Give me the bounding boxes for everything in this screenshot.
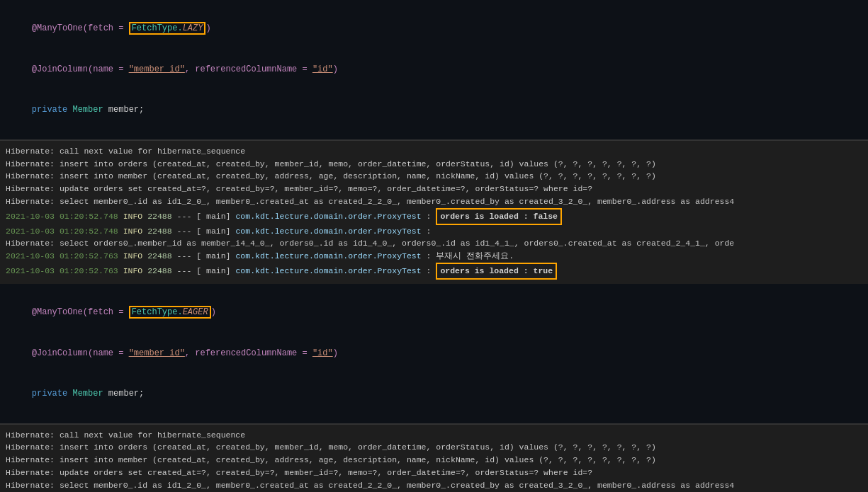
log-line-6-false: 2021-10-03 01:20:52.748 INFO 22488 --- [… bbox=[6, 208, 862, 225]
log-line-e4: Hibernate: update orders set created_at=… bbox=[6, 467, 862, 479]
fetchtype-box: FetchType.LAZY bbox=[129, 22, 206, 35]
log-line-10-true: 2021-10-03 01:20:52.763 INFO 22488 --- [… bbox=[6, 263, 862, 280]
log-date: 2021-10-03 01:20:52.748 bbox=[6, 227, 118, 236]
log-line-5: Hibernate: select member0_.id as id1_2_0… bbox=[6, 195, 862, 208]
log-info: INFO bbox=[123, 251, 143, 261]
fetchtype-kw-eager: FetchType. bbox=[132, 307, 183, 317]
log-text: Hibernate: insert into member (created_a… bbox=[6, 455, 656, 464]
log-class: com.kdt.lecture.domain.order.ProxyTest bbox=[235, 212, 421, 221]
log-text: Hibernate: select member0_.id as id1_2_0… bbox=[6, 481, 734, 490]
fetchtype-kw: FetchType. bbox=[132, 23, 183, 33]
log-line-3: Hibernate: insert into member (created_a… bbox=[6, 170, 862, 183]
log-korean: 부재시 전화주세요. bbox=[436, 251, 514, 261]
log-sep: --- [ bbox=[177, 227, 202, 236]
log-num: 22488 bbox=[147, 227, 172, 236]
code-line-1-eager: @ManyToOne(fetch = FetchType.EAGER) bbox=[11, 292, 857, 333]
log-line-e2: Hibernate: insert into orders (created_a… bbox=[6, 441, 862, 454]
log-line-8: Hibernate: select orders0_.member_id as … bbox=[6, 237, 862, 250]
code-line-2-eager: @JoinColumn(name = "member_id", referenc… bbox=[11, 333, 857, 374]
fetchtype-box-eager: FetchType.EAGER bbox=[129, 306, 211, 319]
code-line-3-eager: private Member member; bbox=[11, 374, 857, 415]
log-text: Hibernate: select orders0_.member_id as … bbox=[6, 239, 734, 248]
id-string: "id" bbox=[312, 64, 333, 74]
ref-col-eager: , referencedColumnName = bbox=[185, 348, 312, 358]
log-info: INFO bbox=[123, 227, 143, 236]
log-sep: --- [ bbox=[177, 251, 202, 261]
orders-loaded-false-badge: orders is loaded : false bbox=[436, 208, 562, 225]
log-info: INFO bbox=[123, 266, 143, 275]
log-date: 2021-10-03 01:20:52.748 bbox=[6, 212, 118, 221]
log-block-lazy: Hibernate: call next value for hibernate… bbox=[0, 141, 868, 284]
member-var: member; bbox=[103, 105, 145, 115]
log-text: Hibernate: insert into orders (created_a… bbox=[6, 159, 656, 168]
log-text: Hibernate: insert into orders (created_a… bbox=[6, 442, 656, 452]
log-thread: main] bbox=[206, 227, 235, 236]
eager-value: EAGER bbox=[183, 307, 208, 317]
orders-loaded-true-badge: orders is loaded : true bbox=[436, 263, 557, 280]
log-line-9-korean: 2021-10-03 01:20:52.763 INFO 22488 --- [… bbox=[6, 250, 862, 263]
log-colon: : bbox=[427, 227, 432, 236]
log-sep: --- [ bbox=[177, 212, 202, 221]
log-num: 22488 bbox=[147, 212, 172, 221]
annotation-close-eager: ) bbox=[211, 307, 216, 317]
log-date: 2021-10-03 01:20:52.763 bbox=[6, 251, 118, 261]
code-block-lazy: @ManyToOne(fetch = FetchType.LAZY) @Join… bbox=[0, 0, 868, 141]
ref-col: , referencedColumnName = bbox=[185, 64, 312, 74]
id-string-eager: "id" bbox=[312, 348, 333, 358]
member-id-string: "member_id" bbox=[129, 64, 185, 74]
member-type: Member bbox=[67, 105, 103, 115]
join-close: ) bbox=[333, 64, 338, 74]
log-class: com.kdt.lecture.domain.order.ProxyTest bbox=[235, 266, 421, 275]
log-text: Hibernate: call next value for hibernate… bbox=[6, 147, 245, 156]
log-class: com.kdt.lecture.domain.order.ProxyTest bbox=[235, 227, 421, 236]
log-sep: --- [ bbox=[177, 266, 202, 275]
annotation-close: ) bbox=[205, 23, 210, 33]
annotation-manytomany-eager: @ManyToOne(fetch = bbox=[32, 307, 129, 317]
member-var-eager: member; bbox=[103, 389, 145, 399]
log-colon: : bbox=[427, 266, 436, 275]
log-block-eager: Hibernate: call next value for hibernate… bbox=[0, 425, 868, 493]
log-line-1: Hibernate: call next value for hibernate… bbox=[6, 145, 862, 158]
private-kw: private bbox=[32, 105, 67, 115]
log-thread: main] bbox=[206, 212, 235, 221]
log-thread: main] bbox=[206, 251, 235, 261]
lazy-value: LAZY bbox=[183, 23, 203, 33]
code-line-3: private Member member; bbox=[11, 90, 857, 131]
log-line-2: Hibernate: insert into orders (created_a… bbox=[6, 158, 862, 171]
private-kw-eager: private bbox=[32, 389, 67, 399]
log-text: Hibernate: update orders set created_at=… bbox=[6, 184, 592, 193]
annotation-manytomany: @ManyToOne(fetch = bbox=[32, 23, 129, 33]
log-thread: main] bbox=[206, 266, 235, 275]
log-line-4: Hibernate: update orders set created_at=… bbox=[6, 183, 862, 195]
log-text: Hibernate: update orders set created_at=… bbox=[6, 468, 592, 477]
log-text: Hibernate: select member0_.id as id1_2_0… bbox=[6, 197, 734, 206]
log-num: 22488 bbox=[147, 266, 172, 275]
log-line-e3: Hibernate: insert into member (created_a… bbox=[6, 454, 862, 467]
log-text: Hibernate: call next value for hibernate… bbox=[6, 430, 245, 440]
log-line-e5: Hibernate: select member0_.id as id1_2_0… bbox=[6, 479, 862, 492]
code-block-eager: @ManyToOne(fetch = FetchType.EAGER) @Joi… bbox=[0, 284, 868, 425]
log-date: 2021-10-03 01:20:52.763 bbox=[6, 266, 118, 275]
log-class: com.kdt.lecture.domain.order.ProxyTest bbox=[235, 251, 421, 261]
log-line-7: 2021-10-03 01:20:52.748 INFO 22488 --- [… bbox=[6, 225, 862, 238]
member-type-eager: Member bbox=[67, 389, 103, 399]
log-text: Hibernate: insert into member (created_a… bbox=[6, 171, 656, 181]
log-colon: : bbox=[427, 212, 436, 221]
code-line-2: @JoinColumn(name = "member_id", referenc… bbox=[11, 50, 857, 91]
member-id-string-eager: "member_id" bbox=[129, 348, 185, 358]
log-line-e1: Hibernate: call next value for hibernate… bbox=[6, 429, 862, 442]
log-colon: : bbox=[427, 251, 436, 261]
code-line-1: @ManyToOne(fetch = FetchType.LAZY) bbox=[11, 8, 857, 50]
log-info: INFO bbox=[123, 212, 143, 221]
join-close-eager: ) bbox=[333, 348, 338, 358]
joincolumn-kw: @JoinColumn(name = bbox=[32, 64, 129, 74]
log-num: 22488 bbox=[147, 251, 172, 261]
joincolumn-kw-eager: @JoinColumn(name = bbox=[32, 348, 129, 358]
